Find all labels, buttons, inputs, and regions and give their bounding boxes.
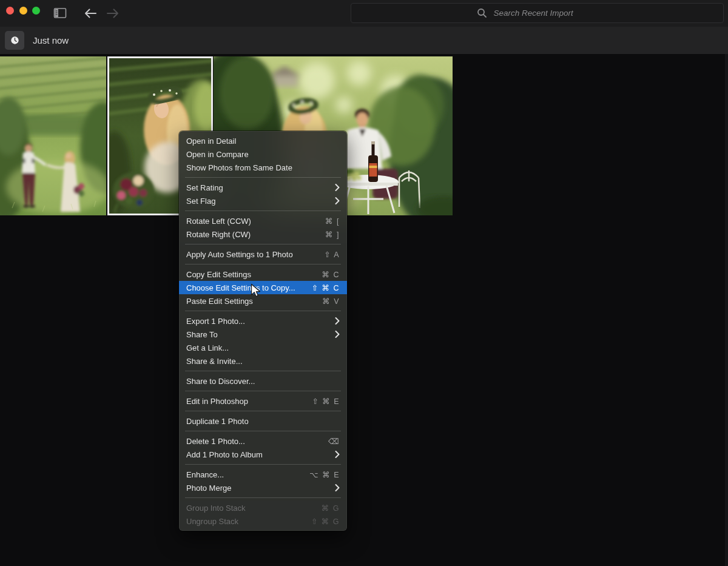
menu-item-share-to[interactable]: Share To — [179, 328, 347, 341]
close-button[interactable] — [6, 7, 14, 15]
photo-thumbnail-1[interactable] — [0, 56, 106, 215]
menu-item-share-and-invite[interactable]: Share & Invite... — [179, 354, 347, 368]
recent-import-clock-icon[interactable] — [5, 31, 24, 50]
menu-item-set-flag[interactable]: Set Flag — [179, 194, 347, 207]
back-arrow-icon[interactable] — [82, 5, 99, 22]
menu-divider — [185, 211, 341, 211]
menu-item-enhance[interactable]: Enhance... ⌥ ⌘ E — [179, 468, 347, 481]
submenu-chevron-icon — [335, 317, 340, 325]
menu-item-duplicate-1-photo[interactable]: Duplicate 1 Photo — [179, 414, 347, 428]
menu-item-delete-1-photo[interactable]: Delete 1 Photo... ⌫ — [179, 434, 347, 448]
context-menu: Open in Detail Open in Compare Show Phot… — [179, 131, 347, 531]
scrollbar-track[interactable] — [725, 54, 728, 566]
menu-item-ungroup-stack: Ungroup Stack ⇧ ⌘ G — [179, 514, 347, 528]
menu-item-choose-edit-settings-to-copy[interactable]: Choose Edit Settings to Copy... ⇧ ⌘ C — [179, 281, 347, 294]
submenu-chevron-icon — [335, 331, 340, 338]
menu-divider — [185, 464, 341, 465]
menu-divider — [185, 244, 341, 244]
sidebar-toggle-icon[interactable] — [52, 5, 69, 22]
menu-item-group-into-stack: Group Into Stack ⌘ G — [179, 501, 347, 514]
menu-item-get-a-link[interactable]: Get a Link... — [179, 341, 347, 354]
menu-divider — [185, 311, 341, 311]
menu-divider — [185, 264, 341, 264]
menu-item-export-1-photo[interactable]: Export 1 Photo... — [179, 314, 347, 328]
menu-divider — [185, 177, 341, 178]
app-window: Just now — [0, 0, 728, 566]
submenu-chevron-icon — [335, 197, 340, 204]
forward-arrow-icon — [104, 5, 121, 22]
search-field[interactable] — [351, 3, 724, 23]
menu-divider — [185, 391, 341, 391]
window-titlebar — [0, 0, 728, 27]
section-title: Just now — [33, 35, 69, 45]
menu-item-photo-merge[interactable]: Photo Merge — [179, 481, 347, 494]
zoom-button[interactable] — [32, 7, 40, 15]
menu-divider — [185, 431, 341, 431]
menu-divider — [185, 497, 341, 498]
submenu-chevron-icon — [335, 451, 340, 458]
section-header: Just now — [0, 27, 728, 54]
menu-item-open-in-compare[interactable]: Open in Compare — [179, 147, 347, 161]
minimize-button[interactable] — [19, 7, 27, 15]
menu-item-share-to-discover[interactable]: Share to Discover... — [179, 374, 347, 388]
menu-item-rotate-right-cw[interactable]: Rotate Right (CW) ⌘ ] — [179, 227, 347, 241]
menu-divider — [185, 371, 341, 371]
menu-item-open-in-detail[interactable]: Open in Detail — [179, 134, 347, 147]
submenu-chevron-icon — [335, 484, 340, 491]
menu-item-rotate-left-ccw[interactable]: Rotate Left (CCW) ⌘ [ — [179, 214, 347, 227]
search-icon — [477, 8, 487, 18]
menu-item-paste-edit-settings[interactable]: Paste Edit Settings ⌘ V — [179, 294, 347, 308]
submenu-chevron-icon — [335, 184, 340, 191]
menu-item-apply-auto-settings[interactable]: Apply Auto Settings to 1 Photo ⇧ A — [179, 248, 347, 261]
menu-item-set-rating[interactable]: Set Rating — [179, 181, 347, 194]
search-input[interactable] — [493, 8, 598, 18]
menu-divider — [185, 411, 341, 411]
menu-item-edit-in-photoshop[interactable]: Edit in Photoshop ⇧ ⌘ E — [179, 394, 347, 408]
menu-item-show-photos-from-same-date[interactable]: Show Photos from Same Date — [179, 161, 347, 174]
menu-item-copy-edit-settings[interactable]: Copy Edit Settings ⌘ C — [179, 268, 347, 281]
photo-grid — [0, 54, 728, 566]
menu-item-add-1-photo-to-album[interactable]: Add 1 Photo to Album — [179, 448, 347, 461]
